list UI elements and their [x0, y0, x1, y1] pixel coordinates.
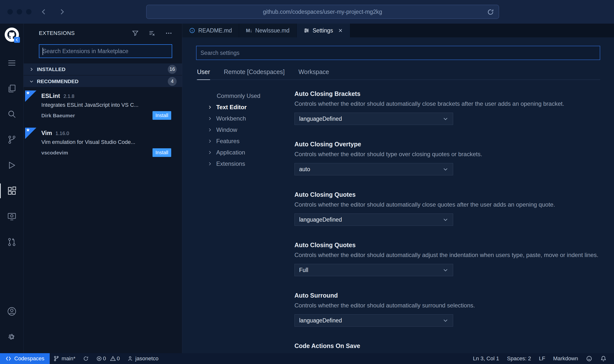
tab-bar: README.md M↓ NewIssue.md Settings [182, 24, 614, 37]
extension-list-item[interactable]: ★ ESLint 2.1.8 Integrates ESLint JavaScr… [24, 88, 182, 125]
account-icon [7, 306, 17, 317]
info-icon [189, 28, 195, 33]
settings-toc: Commonly Used Text Editor [196, 90, 294, 353]
sidebar-item-explorer[interactable] [0, 76, 23, 101]
setting-dropdown[interactable]: languageDefined [294, 314, 453, 327]
menu-button[interactable] [0, 50, 23, 76]
install-button[interactable]: Install [153, 111, 171, 120]
toc-item-text-editor[interactable]: Text Editor [196, 102, 294, 113]
sidebar-item-pull-requests[interactable] [0, 229, 23, 255]
maximize-window-button[interactable] [26, 9, 31, 15]
toc-item-application[interactable]: Application [196, 147, 294, 158]
remote-explorer-icon [7, 212, 17, 221]
files-icon [7, 84, 17, 93]
vscode-badge-icon [14, 37, 20, 43]
chevron-down-icon [29, 79, 34, 84]
sync-status[interactable] [79, 353, 92, 364]
setting-entry-code-actions-on-save: Code Actions On Save [294, 342, 600, 349]
feedback-smiley-icon [586, 355, 592, 362]
notifications-button[interactable] [596, 355, 611, 362]
browser-window: github.com/codespaces/user-my-project-mg… [0, 0, 614, 364]
source-control-icon [7, 135, 17, 145]
toc-item-features[interactable]: Features [196, 136, 294, 147]
sync-icon [83, 356, 89, 362]
section-installed[interactable]: INSTALLED 16 [24, 63, 182, 75]
extensions-search-box [39, 44, 172, 58]
user-status[interactable]: jasonetco [123, 353, 162, 364]
close-icon[interactable] [338, 28, 343, 33]
toc-item-extensions[interactable]: Extensions [196, 158, 294, 169]
extensions-sidebar: EXTENSIONS [24, 24, 182, 353]
clear-extension-search-icon[interactable] [149, 30, 155, 37]
settings-editor: User Remote [Codespaces] Workspace Commo… [182, 37, 614, 353]
sidebar-item-source-control[interactable] [0, 127, 23, 152]
extension-description: Integrates ESLint JavaScript into VS C..… [41, 102, 177, 108]
forward-button[interactable] [56, 6, 68, 18]
setting-title: Auto Closing Quotes [294, 242, 600, 249]
codespaces-status-button[interactable]: Codespaces [0, 353, 50, 364]
chevron-down-icon [443, 267, 448, 273]
settings-search-box [196, 46, 600, 60]
settings-search-input[interactable] [200, 50, 596, 56]
setting-entry-auto-indent: Auto Closing Quotes Controls whether the… [294, 242, 600, 276]
chevron-right-icon [29, 67, 34, 72]
sidebar-item-search[interactable] [0, 101, 23, 127]
window-controls [7, 9, 31, 15]
refresh-icon[interactable] [487, 8, 494, 16]
extensions-search-input[interactable] [43, 48, 168, 55]
setting-description: Controls whether the editor should autom… [294, 100, 600, 107]
eol-status[interactable]: LF [535, 355, 549, 362]
tab-label: Settings [313, 27, 333, 34]
minimize-window-button[interactable] [17, 9, 22, 15]
codespaces-icon [5, 356, 11, 362]
more-actions-icon[interactable] [165, 30, 172, 37]
extension-version: 2.1.8 [63, 93, 74, 99]
sidebar-item-extensions[interactable] [0, 178, 23, 204]
setting-value: languageDefined [299, 116, 342, 122]
setting-description: Controls whether the editor should type … [294, 151, 600, 158]
setting-title: Auto Closing Quotes [294, 191, 600, 198]
setting-title: Auto Surround [294, 292, 600, 299]
back-button[interactable] [38, 6, 50, 18]
scope-tab-workspace[interactable]: Workspace [298, 68, 329, 79]
setting-title: Auto Closing Brackets [294, 90, 600, 97]
branch-status[interactable]: main* [50, 353, 79, 364]
extension-publisher: vscodevim [41, 150, 68, 156]
account-button[interactable] [0, 299, 23, 324]
setting-dropdown[interactable]: Full [294, 264, 453, 276]
hamburger-icon [7, 58, 17, 68]
install-button[interactable]: Install [153, 148, 171, 157]
setting-dropdown[interactable]: languageDefined [294, 113, 453, 125]
cursor-position-status[interactable]: Ln 3, Col 1 [469, 355, 503, 362]
scope-tab-user[interactable]: User [197, 68, 210, 80]
chevron-down-icon [443, 318, 448, 323]
tab-settings[interactable]: Settings [297, 24, 350, 37]
github-logo[interactable] [5, 28, 19, 42]
sidebar-item-remote-explorer[interactable] [0, 204, 23, 229]
toc-item-commonly-used[interactable]: Commonly Used [196, 90, 294, 102]
tab-newissue[interactable]: M↓ NewIssue.md [239, 24, 297, 37]
codespaces-label: Codespaces [14, 355, 44, 362]
toc-item-workbench[interactable]: Workbench [196, 113, 294, 124]
feedback-button[interactable] [582, 355, 596, 362]
close-window-button[interactable] [7, 9, 13, 15]
problems-status[interactable]: 0 0 [92, 353, 124, 364]
scope-tab-remote[interactable]: Remote [Codespaces] [224, 68, 285, 79]
sidebar-item-run-debug[interactable] [0, 152, 23, 178]
setting-dropdown[interactable]: auto [294, 163, 453, 175]
address-bar[interactable]: github.com/codespaces/user-my-project-mg… [146, 5, 499, 19]
section-recommended[interactable]: RECOMMENDED 4 [24, 76, 182, 87]
setting-dropdown[interactable]: languageDefined [294, 213, 453, 226]
filter-icon[interactable] [132, 30, 139, 37]
branch-name: main* [61, 355, 75, 362]
setting-entry-auto-surround: Auto Surround Controls whether the edito… [294, 292, 600, 327]
run-debug-icon [7, 160, 17, 170]
git-branch-icon [53, 356, 59, 362]
chevron-down-icon [443, 116, 448, 122]
language-mode-status[interactable]: Markdown [549, 355, 582, 362]
settings-gear-button[interactable] [0, 324, 23, 350]
indentation-status[interactable]: Spaces: 2 [503, 355, 535, 362]
extension-list-item[interactable]: ★ Vim 1.16.0 Vim emulation for Visual St… [24, 125, 182, 162]
toc-item-window[interactable]: Window [196, 124, 294, 136]
tab-readme[interactable]: README.md [182, 24, 239, 37]
